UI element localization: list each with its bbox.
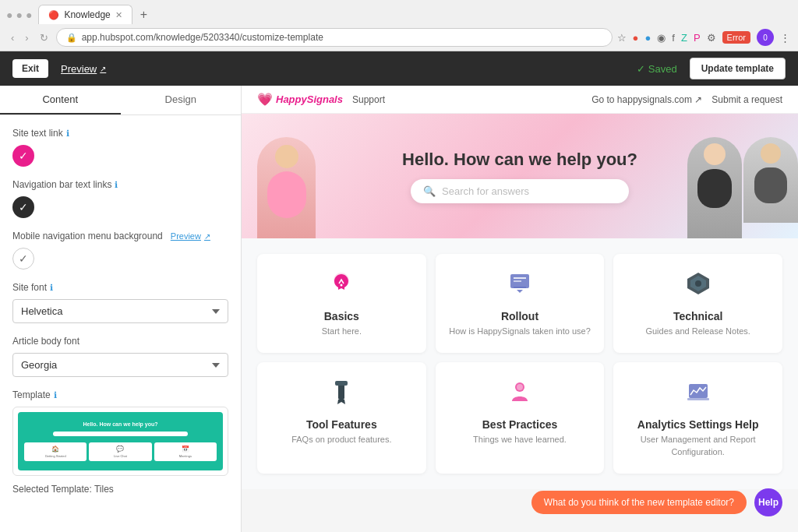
help-button[interactable]: Help	[754, 488, 782, 516]
extension-icon-6[interactable]: P	[694, 32, 701, 44]
category-desc-best-practices: Things we have learned.	[448, 434, 592, 446]
category-name-basics: Basics	[270, 310, 414, 322]
update-template-button[interactable]: Update template	[690, 58, 786, 79]
extension-icon-1[interactable]: ●	[633, 32, 639, 44]
categories-section: Basics Start here. Rollout How is HappyS…	[242, 238, 798, 489]
app-header: Exit Preview ↗ ✓ Saved Update template	[0, 51, 798, 86]
extension-icon-3[interactable]: ◉	[657, 32, 666, 44]
mobile-nav-preview-link[interactable]: Preview ↗	[171, 231, 210, 241]
back-button[interactable]: ‹	[8, 30, 17, 45]
category-icon-technical	[626, 270, 770, 304]
extension-icon-4[interactable]: f	[672, 32, 675, 44]
article-body-font-select[interactable]: Georgia Arial Helvetica Times New Roman	[12, 353, 228, 377]
hero-search-bar[interactable]: 🔍 Search for answers	[411, 179, 629, 203]
categories-grid: Basics Start here. Rollout How is HappyS…	[257, 254, 782, 474]
template-preview-card: 💬 Live Chat	[89, 442, 151, 461]
article-body-font-label: Article body font	[12, 336, 228, 347]
tab-content[interactable]: Content	[0, 86, 121, 115]
preview-label: Preview	[61, 63, 97, 75]
site-text-link-info-icon[interactable]: ℹ	[66, 129, 69, 139]
tab-close-icon[interactable]: ✕	[115, 10, 122, 20]
panel-tabs: Content Design	[0, 86, 241, 115]
svg-rect-13	[687, 398, 709, 400]
site-header: 💗 HappySignals Support Go to happysignal…	[242, 86, 798, 114]
feedback-button[interactable]: What do you think of the new template ed…	[531, 491, 747, 514]
browser-tab-knowledge[interactable]: 🔴 Knowledge ✕	[38, 5, 132, 24]
extension-icon-7[interactable]: ⚙	[707, 32, 716, 44]
check-icon: ✓	[19, 150, 28, 162]
tab-favicon-icon: 🔴	[48, 10, 59, 20]
submit-request-link[interactable]: Submit a request	[711, 94, 782, 105]
reload-button[interactable]: ↻	[37, 30, 51, 45]
category-card-basics[interactable]: Basics Start here.	[257, 254, 426, 353]
category-card-analytics[interactable]: Analytics Settings Help User Management …	[613, 362, 782, 474]
hero-people-right	[687, 137, 798, 238]
svg-point-7	[695, 280, 701, 287]
feedback-bar: What do you think of the new template ed…	[531, 488, 782, 516]
address-bar[interactable]: 🔒 app.hubspot.com/knowledge/5203340/cust…	[56, 28, 613, 47]
go-to-site-link[interactable]: Go to happysignals.com ↗	[591, 94, 702, 105]
site-preview: 💗 HappySignals Support Go to happysignal…	[242, 86, 798, 532]
template-preview-card: 🏠 Getting Started	[24, 442, 87, 461]
category-card-rollout[interactable]: Rollout How is HappySignals taken into u…	[436, 254, 605, 353]
template-info-icon[interactable]: ℹ	[54, 390, 57, 400]
left-panel: Content Design Site text link ℹ ✓ Naviga…	[0, 86, 242, 532]
bookmark-icon[interactable]: ☆	[617, 32, 627, 44]
external-link-icon: ↗	[100, 65, 106, 73]
category-card-best-practices[interactable]: Best Practices Things we have learned.	[436, 362, 605, 474]
check-icon: ✓	[19, 201, 28, 213]
category-icon-basics	[270, 270, 414, 304]
hero-person-left	[257, 137, 316, 238]
category-card-technical[interactable]: Technical Guides and Release Notes.	[613, 254, 782, 353]
forward-button[interactable]: ›	[22, 30, 31, 45]
hero-content: Hello. How can we help you? 🔍 Search for…	[402, 150, 637, 203]
site-logo: 💗 HappySignals	[257, 92, 343, 107]
site-nav-support-link[interactable]: Support	[352, 94, 385, 105]
lock-icon: 🔒	[66, 33, 77, 43]
check-icon: ✓	[19, 252, 28, 265]
template-label: Template ℹ	[12, 389, 228, 400]
template-preview-box[interactable]: Hello. How can we help you? 🏠 Getting St…	[12, 407, 228, 476]
category-desc-basics: Start here.	[270, 326, 414, 337]
selected-template-label: Selected Template: Tiles	[12, 484, 228, 495]
saved-indicator: ✓ Saved	[637, 63, 677, 75]
tab-design[interactable]: Design	[121, 86, 242, 115]
category-desc-analytics: User Management and Report Configuration…	[626, 434, 770, 458]
check-icon: ✓	[637, 63, 645, 75]
saved-label: Saved	[648, 63, 677, 75]
hero-search-placeholder: Search for answers	[442, 185, 529, 197]
category-desc-tool-features: FAQs on product features.	[270, 434, 414, 446]
browser-menu-button[interactable]: ⋮	[780, 32, 790, 44]
category-name-rollout: Rollout	[448, 310, 592, 322]
site-logo-text: HappySignals	[276, 93, 343, 105]
category-name-best-practices: Best Practices	[448, 418, 592, 431]
svg-point-1	[341, 284, 343, 287]
site-text-link-label: Site text link ℹ	[12, 128, 228, 139]
profile-button[interactable]: 0	[757, 29, 774, 46]
new-tab-button[interactable]: +	[136, 6, 152, 23]
site-font-info-icon[interactable]: ℹ	[50, 283, 53, 293]
search-icon: 🔍	[423, 185, 436, 197]
external-link-icon: ↗	[204, 232, 210, 241]
extension-icon-2[interactable]: ●	[644, 32, 651, 44]
category-card-tool-features[interactable]: Tool Features FAQs on product features.	[257, 362, 426, 474]
site-text-link-color-swatch[interactable]: ✓	[12, 145, 34, 167]
url-text: app.hubspot.com/knowledge/5203340/custom…	[82, 32, 323, 43]
tab-label: Knowledge	[64, 9, 110, 20]
nav-bar-color-swatch[interactable]: ✓	[12, 196, 34, 218]
exit-button[interactable]: Exit	[12, 59, 48, 78]
template-preview-search-bar	[53, 432, 188, 436]
category-desc-rollout: How is HappySignals taken into use?	[448, 326, 592, 337]
external-link-icon: ↗	[694, 94, 702, 105]
hero-title: Hello. How can we help you?	[402, 150, 637, 170]
category-desc-technical: Guides and Release Notes.	[626, 326, 770, 337]
site-font-select[interactable]: Helvetica Arial Georgia Times New Roman	[12, 299, 228, 323]
nav-bar-info-icon[interactable]: ℹ	[115, 180, 118, 190]
mobile-nav-color-swatch[interactable]: ✓	[12, 248, 34, 270]
svg-point-11	[517, 384, 523, 390]
category-icon-tool-features	[270, 378, 414, 412]
preview-link[interactable]: Preview ↗	[61, 63, 106, 75]
error-badge: Error	[722, 31, 750, 44]
mobile-nav-label: Mobile navigation menu background Previe…	[12, 231, 228, 241]
extension-icon-5[interactable]: Z	[681, 32, 687, 44]
